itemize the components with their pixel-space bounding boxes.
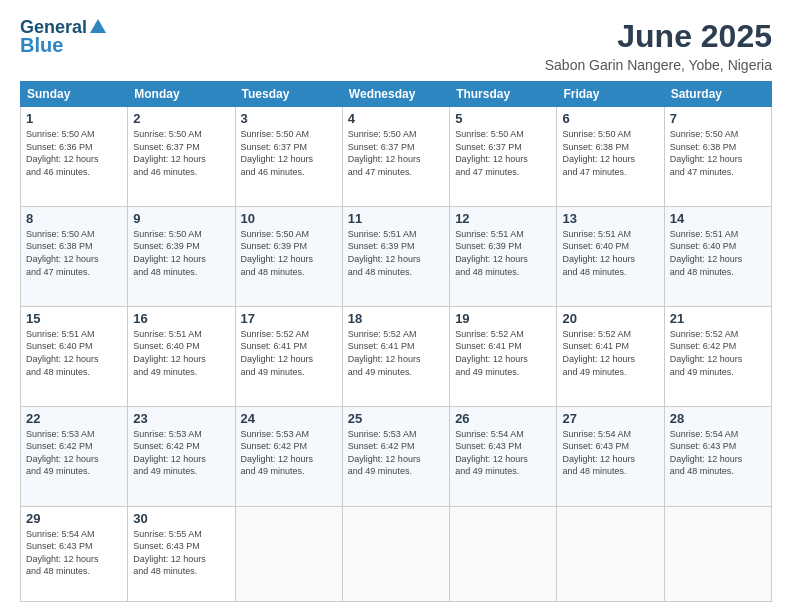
table-row: 7Sunrise: 5:50 AM Sunset: 6:38 PM Daylig…: [664, 107, 771, 207]
table-row: 27Sunrise: 5:54 AM Sunset: 6:43 PM Dayli…: [557, 406, 664, 506]
col-monday: Monday: [128, 82, 235, 107]
table-row: 28Sunrise: 5:54 AM Sunset: 6:43 PM Dayli…: [664, 406, 771, 506]
day-info: Sunrise: 5:51 AM Sunset: 6:40 PM Dayligh…: [133, 328, 229, 378]
day-info: Sunrise: 5:52 AM Sunset: 6:41 PM Dayligh…: [348, 328, 444, 378]
table-row: 3Sunrise: 5:50 AM Sunset: 6:37 PM Daylig…: [235, 107, 342, 207]
logo: General Blue: [20, 18, 106, 56]
day-info: Sunrise: 5:54 AM Sunset: 6:43 PM Dayligh…: [26, 528, 122, 578]
day-number: 1: [26, 111, 122, 126]
table-row: 26Sunrise: 5:54 AM Sunset: 6:43 PM Dayli…: [450, 406, 557, 506]
calendar: Sunday Monday Tuesday Wednesday Thursday…: [20, 81, 772, 602]
day-info: Sunrise: 5:50 AM Sunset: 6:39 PM Dayligh…: [241, 228, 337, 278]
table-row: 17Sunrise: 5:52 AM Sunset: 6:41 PM Dayli…: [235, 306, 342, 406]
day-number: 30: [133, 511, 229, 526]
day-info: Sunrise: 5:50 AM Sunset: 6:38 PM Dayligh…: [562, 128, 658, 178]
day-info: Sunrise: 5:54 AM Sunset: 6:43 PM Dayligh…: [455, 428, 551, 478]
day-number: 11: [348, 211, 444, 226]
table-row: 12Sunrise: 5:51 AM Sunset: 6:39 PM Dayli…: [450, 206, 557, 306]
day-number: 4: [348, 111, 444, 126]
day-number: 24: [241, 411, 337, 426]
table-row: 9Sunrise: 5:50 AM Sunset: 6:39 PM Daylig…: [128, 206, 235, 306]
day-info: Sunrise: 5:52 AM Sunset: 6:41 PM Dayligh…: [241, 328, 337, 378]
day-info: Sunrise: 5:54 AM Sunset: 6:43 PM Dayligh…: [670, 428, 766, 478]
day-number: 21: [670, 311, 766, 326]
table-row: 1Sunrise: 5:50 AM Sunset: 6:36 PM Daylig…: [21, 107, 128, 207]
day-info: Sunrise: 5:50 AM Sunset: 6:38 PM Dayligh…: [670, 128, 766, 178]
day-info: Sunrise: 5:50 AM Sunset: 6:37 PM Dayligh…: [455, 128, 551, 178]
day-info: Sunrise: 5:52 AM Sunset: 6:41 PM Dayligh…: [455, 328, 551, 378]
table-row: 18Sunrise: 5:52 AM Sunset: 6:41 PM Dayli…: [342, 306, 449, 406]
table-row: 4Sunrise: 5:50 AM Sunset: 6:37 PM Daylig…: [342, 107, 449, 207]
day-number: 19: [455, 311, 551, 326]
table-row: 19Sunrise: 5:52 AM Sunset: 6:41 PM Dayli…: [450, 306, 557, 406]
logo-blue: Blue: [20, 34, 63, 56]
day-info: Sunrise: 5:55 AM Sunset: 6:43 PM Dayligh…: [133, 528, 229, 578]
logo-icon: [90, 19, 106, 33]
day-number: 8: [26, 211, 122, 226]
day-info: Sunrise: 5:50 AM Sunset: 6:37 PM Dayligh…: [348, 128, 444, 178]
table-row: 20Sunrise: 5:52 AM Sunset: 6:41 PM Dayli…: [557, 306, 664, 406]
table-row: 2Sunrise: 5:50 AM Sunset: 6:37 PM Daylig…: [128, 107, 235, 207]
day-info: Sunrise: 5:54 AM Sunset: 6:43 PM Dayligh…: [562, 428, 658, 478]
day-number: 29: [26, 511, 122, 526]
day-info: Sunrise: 5:51 AM Sunset: 6:40 PM Dayligh…: [26, 328, 122, 378]
page: General Blue June 2025 Sabon Garin Nange…: [0, 0, 792, 612]
day-number: 6: [562, 111, 658, 126]
subtitle: Sabon Garin Nangere, Yobe, Nigeria: [545, 57, 772, 73]
day-number: 18: [348, 311, 444, 326]
table-row: 23Sunrise: 5:53 AM Sunset: 6:42 PM Dayli…: [128, 406, 235, 506]
day-info: Sunrise: 5:50 AM Sunset: 6:37 PM Dayligh…: [241, 128, 337, 178]
day-info: Sunrise: 5:50 AM Sunset: 6:37 PM Dayligh…: [133, 128, 229, 178]
table-row: [557, 506, 664, 601]
day-number: 17: [241, 311, 337, 326]
svg-marker-0: [90, 19, 106, 33]
day-info: Sunrise: 5:53 AM Sunset: 6:42 PM Dayligh…: [348, 428, 444, 478]
day-number: 13: [562, 211, 658, 226]
day-info: Sunrise: 5:52 AM Sunset: 6:41 PM Dayligh…: [562, 328, 658, 378]
table-row: 13Sunrise: 5:51 AM Sunset: 6:40 PM Dayli…: [557, 206, 664, 306]
table-row: [235, 506, 342, 601]
table-row: 29Sunrise: 5:54 AM Sunset: 6:43 PM Dayli…: [21, 506, 128, 601]
calendar-header-row: Sunday Monday Tuesday Wednesday Thursday…: [21, 82, 772, 107]
day-number: 9: [133, 211, 229, 226]
day-number: 28: [670, 411, 766, 426]
table-row: 15Sunrise: 5:51 AM Sunset: 6:40 PM Dayli…: [21, 306, 128, 406]
day-info: Sunrise: 5:52 AM Sunset: 6:42 PM Dayligh…: [670, 328, 766, 378]
day-number: 5: [455, 111, 551, 126]
table-row: [664, 506, 771, 601]
day-info: Sunrise: 5:53 AM Sunset: 6:42 PM Dayligh…: [133, 428, 229, 478]
day-number: 15: [26, 311, 122, 326]
day-info: Sunrise: 5:50 AM Sunset: 6:36 PM Dayligh…: [26, 128, 122, 178]
day-number: 25: [348, 411, 444, 426]
table-row: [342, 506, 449, 601]
day-info: Sunrise: 5:51 AM Sunset: 6:40 PM Dayligh…: [670, 228, 766, 278]
day-info: Sunrise: 5:53 AM Sunset: 6:42 PM Dayligh…: [241, 428, 337, 478]
table-row: 5Sunrise: 5:50 AM Sunset: 6:37 PM Daylig…: [450, 107, 557, 207]
table-row: [450, 506, 557, 601]
col-sunday: Sunday: [21, 82, 128, 107]
day-number: 26: [455, 411, 551, 426]
day-number: 23: [133, 411, 229, 426]
day-number: 12: [455, 211, 551, 226]
month-title: June 2025: [545, 18, 772, 55]
day-number: 10: [241, 211, 337, 226]
table-row: 8Sunrise: 5:50 AM Sunset: 6:38 PM Daylig…: [21, 206, 128, 306]
table-row: 30Sunrise: 5:55 AM Sunset: 6:43 PM Dayli…: [128, 506, 235, 601]
day-info: Sunrise: 5:50 AM Sunset: 6:39 PM Dayligh…: [133, 228, 229, 278]
table-row: 10Sunrise: 5:50 AM Sunset: 6:39 PM Dayli…: [235, 206, 342, 306]
col-tuesday: Tuesday: [235, 82, 342, 107]
day-number: 14: [670, 211, 766, 226]
day-number: 3: [241, 111, 337, 126]
table-row: 21Sunrise: 5:52 AM Sunset: 6:42 PM Dayli…: [664, 306, 771, 406]
day-number: 27: [562, 411, 658, 426]
table-row: 24Sunrise: 5:53 AM Sunset: 6:42 PM Dayli…: [235, 406, 342, 506]
day-number: 7: [670, 111, 766, 126]
table-row: 25Sunrise: 5:53 AM Sunset: 6:42 PM Dayli…: [342, 406, 449, 506]
day-info: Sunrise: 5:51 AM Sunset: 6:40 PM Dayligh…: [562, 228, 658, 278]
header: General Blue June 2025 Sabon Garin Nange…: [20, 18, 772, 73]
col-saturday: Saturday: [664, 82, 771, 107]
day-number: 2: [133, 111, 229, 126]
day-info: Sunrise: 5:50 AM Sunset: 6:38 PM Dayligh…: [26, 228, 122, 278]
col-friday: Friday: [557, 82, 664, 107]
day-info: Sunrise: 5:53 AM Sunset: 6:42 PM Dayligh…: [26, 428, 122, 478]
